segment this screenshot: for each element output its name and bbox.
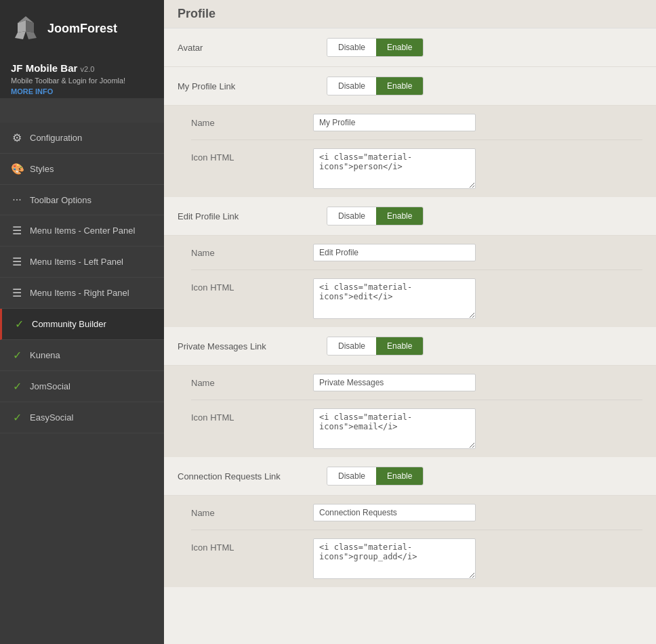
sidebar-item-community-builder[interactable]: ✓ Community Builder (0, 309, 164, 340)
sidebar-divider (0, 98, 164, 123)
svg-marker-4 (26, 31, 37, 39)
connection-requests-link-label: Connection Requests Link (178, 471, 327, 481)
sidebar-item-toolbar-options[interactable]: ··· Toolbar Options (0, 185, 164, 215)
private-messages-link-setting-row: Private Messages Link Disable Enable (164, 327, 656, 366)
sidebar-nav: ⚙ Configuration 🎨 Styles ··· Toolbar Opt… (0, 123, 164, 644)
connection-requests-link-toggle-group: Disable Enable (327, 467, 424, 486)
edit-profile-icon-label: Icon HTML (191, 278, 313, 293)
sidebar-item-easysocial[interactable]: ✓ EasySocial (0, 402, 164, 433)
connection-requests-link-disable-button[interactable]: Disable (327, 467, 376, 485)
edit-profile-link-toggle-group: Disable Enable (327, 207, 424, 226)
edit-profile-name-label: Name (191, 244, 313, 258)
sidebar-item-menu-items-right[interactable]: ☰ Menu Items - Right Panel (0, 278, 164, 309)
check-icon: ✓ (13, 318, 25, 330)
my-profile-link-disable-button[interactable]: Disable (327, 77, 376, 95)
private-messages-name-label: Name (191, 374, 313, 388)
connection-requests-name-input[interactable] (313, 504, 476, 521)
sidebar-item-label: Kunena (30, 350, 60, 360)
my-profile-icon-row: Icon HTML <i class="material-icons">pers… (191, 140, 642, 197)
connection-requests-link-setting-row: Connection Requests Link Disable Enable (164, 457, 656, 496)
edit-profile-link-disable-button[interactable]: Disable (327, 207, 376, 225)
menu-icon: ☰ (11, 255, 23, 268)
edit-profile-link-enable-button[interactable]: Enable (376, 207, 423, 225)
sidebar-logo-area: JoomForest (0, 0, 164, 54)
sidebar-item-menu-items-left[interactable]: ☰ Menu Items - Left Panel (0, 246, 164, 278)
private-messages-name-input[interactable] (313, 374, 476, 391)
logo-text: JoomForest (47, 22, 117, 36)
palette-icon: 🎨 (11, 163, 23, 175)
edit-profile-icon-row: Icon HTML <i class="material-icons">edit… (191, 270, 642, 327)
svg-marker-3 (15, 31, 26, 39)
sidebar-item-label: Styles (30, 164, 54, 174)
my-profile-link-label: My Profile Link (178, 81, 327, 91)
private-messages-link-disable-button[interactable]: Disable (327, 337, 376, 355)
my-profile-link-setting-row: My Profile Link Disable Enable (164, 67, 656, 106)
sidebar-brand: JF Mobile Bar v2.0 Mobile Toolbar & Logi… (0, 54, 164, 98)
my-profile-icon-textarea[interactable]: <i class="material-icons">person</i> (313, 148, 476, 189)
sidebar-item-label: Community Builder (32, 319, 106, 329)
avatar-disable-button[interactable]: Disable (327, 39, 376, 56)
brand-title: JF Mobile Bar v2.0 (11, 62, 153, 74)
private-messages-link-sub-settings: Name Icon HTML <i class="material-icons"… (164, 366, 656, 457)
edit-profile-name-input[interactable] (313, 244, 476, 261)
sidebar: JoomForest JF Mobile Bar v2.0 Mobile Too… (0, 0, 164, 644)
connection-requests-name-row: Name (191, 496, 642, 530)
private-messages-icon-label: Icon HTML (191, 408, 313, 423)
section-header: Profile (164, 0, 656, 28)
check-icon: ✓ (11, 411, 23, 424)
check-icon: ✓ (11, 349, 23, 362)
connection-requests-icon-textarea[interactable]: <i class="material-icons">group_add</i> (313, 538, 476, 579)
my-profile-link-toggle-group: Disable Enable (327, 77, 424, 95)
sidebar-item-styles[interactable]: 🎨 Styles (0, 154, 164, 185)
check-icon: ✓ (11, 380, 23, 393)
sidebar-item-label: Configuration (30, 133, 82, 143)
avatar-setting-row: Avatar Disable Enable (164, 28, 656, 67)
my-profile-icon-label: Icon HTML (191, 148, 313, 163)
my-profile-link-enable-button[interactable]: Enable (376, 77, 423, 95)
sidebar-item-label: Toolbar Options (30, 195, 91, 205)
connection-requests-icon-label: Icon HTML (191, 538, 313, 553)
sidebar-item-label: Menu Items - Right Panel (30, 288, 129, 298)
my-profile-name-label: Name (191, 114, 313, 128)
avatar-toggle-group: Disable Enable (327, 38, 424, 57)
sidebar-item-kunena[interactable]: ✓ Kunena (0, 340, 164, 371)
joomforest-logo-icon (11, 14, 41, 43)
sidebar-item-label: Menu Items - Center Panel (30, 226, 135, 236)
my-profile-name-row: Name (191, 106, 642, 140)
my-profile-name-input[interactable] (313, 114, 476, 131)
section-title: Profile (178, 7, 216, 20)
my-profile-link-sub-settings: Name Icon HTML <i class="material-icons"… (164, 106, 656, 197)
private-messages-name-row: Name (191, 366, 642, 400)
more-info-link[interactable]: MORE INFO (11, 87, 153, 95)
private-messages-icon-row: Icon HTML <i class="material-icons">emai… (191, 400, 642, 457)
gear-icon: ⚙ (11, 131, 23, 144)
connection-requests-link-enable-button[interactable]: Enable (376, 467, 423, 485)
avatar-label: Avatar (178, 43, 327, 53)
edit-profile-link-label: Edit Profile Link (178, 211, 327, 221)
menu-icon: ☰ (11, 224, 23, 237)
edit-profile-link-sub-settings: Name Icon HTML <i class="material-icons"… (164, 236, 656, 327)
brand-version: v2.0 (81, 65, 95, 73)
sidebar-item-label: EasySocial (30, 412, 73, 423)
private-messages-icon-textarea[interactable]: <i class="material-icons">email</i> (313, 408, 476, 449)
connection-requests-name-label: Name (191, 504, 313, 518)
sidebar-item-label: JomSocial (30, 381, 70, 391)
menu-icon: ☰ (11, 286, 23, 299)
main-content: Profile Avatar Disable Enable My Profile… (164, 0, 656, 644)
sidebar-item-label: Menu Items - Left Panel (30, 257, 123, 267)
private-messages-link-toggle-group: Disable Enable (327, 337, 424, 356)
edit-profile-icon-textarea[interactable]: <i class="material-icons">edit</i> (313, 278, 476, 319)
sidebar-item-menu-items-center[interactable]: ☰ Menu Items - Center Panel (0, 215, 164, 246)
private-messages-link-label: Private Messages Link (178, 341, 327, 351)
brand-subtitle: Mobile Toolbar & Login for Joomla! (11, 77, 153, 85)
dots-icon: ··· (11, 194, 23, 206)
edit-profile-link-setting-row: Edit Profile Link Disable Enable (164, 197, 656, 236)
sidebar-item-jomsocial[interactable]: ✓ JomSocial (0, 371, 164, 402)
connection-requests-icon-row: Icon HTML <i class="material-icons">grou… (191, 530, 642, 587)
avatar-enable-button[interactable]: Enable (376, 39, 423, 56)
edit-profile-name-row: Name (191, 236, 642, 270)
sidebar-item-configuration[interactable]: ⚙ Configuration (0, 123, 164, 154)
private-messages-link-enable-button[interactable]: Enable (376, 337, 423, 355)
connection-requests-link-sub-settings: Name Icon HTML <i class="material-icons"… (164, 496, 656, 587)
